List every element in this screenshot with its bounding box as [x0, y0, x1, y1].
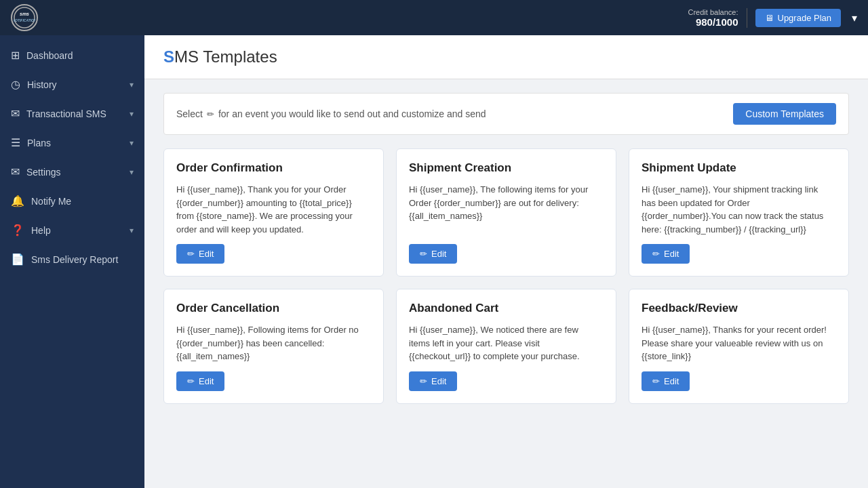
card-text[interactable]: Hi {{user_name}}, Thanks for your recent…: [642, 323, 836, 363]
template-card-feedback-review: Feedback/ReviewHi {{user_name}}, Thanks …: [629, 289, 849, 404]
template-card-order-cancellation: Order CancellationHi {{user_name}}, Foll…: [163, 289, 384, 404]
page-header: SMS Templates: [144, 35, 868, 79]
sidebar-item-label: Notify Me: [31, 196, 71, 207]
template-card-abandoned-cart: Abandoned CartHi {{user_name}}, We notic…: [396, 289, 616, 404]
sidebar-item-transactional-sms[interactable]: ✉ Transactional SMS ▾: [0, 99, 144, 128]
card-title: Shipment Update: [642, 161, 836, 175]
card-title: Order Cancellation: [176, 302, 371, 315]
card-body: Hi {{user_name}}, The following items fo…: [409, 183, 604, 236]
sidebar-item-notify-me[interactable]: 🔔 Notify Me: [0, 186, 144, 216]
transactional-sms-icon: ✉: [11, 107, 20, 120]
credit-balance: Credit balance: 980/1000: [688, 8, 747, 28]
edit-button-order-cancellation[interactable]: ✏ Edit: [176, 371, 224, 391]
edit-icon: ✏: [187, 376, 195, 386]
sms-delivery-report-icon: 📄: [11, 253, 24, 266]
select-edit-icon: ✏: [207, 109, 214, 119]
main-layout: ⊞ Dashboard ◷ History ▾ ✉ Transactional …: [0, 35, 868, 488]
title-s-highlight: S: [163, 47, 174, 66]
sidebar-item-sms-delivery-report[interactable]: 📄 Sms Delivery Report: [0, 245, 144, 274]
header-chevron-icon[interactable]: ▾: [852, 12, 857, 24]
templates-grid: Order ConfirmationHi {{user_name}}, Than…: [163, 148, 849, 404]
notify-me-icon: 🔔: [11, 195, 24, 207]
edit-button-shipment-update[interactable]: ✏ Edit: [642, 244, 690, 264]
help-arrow-icon: ▾: [130, 226, 134, 235]
template-card-shipment-creation: Shipment CreationHi {{user_name}}, The f…: [396, 148, 616, 277]
sidebar-item-label: Settings: [26, 167, 61, 178]
page-title: SMS Templates: [163, 47, 849, 66]
instructions-bar: Select ✏ for an event you would like to …: [163, 93, 849, 135]
sidebar-item-history[interactable]: ◷ History ▾: [0, 70, 144, 99]
sidebar-item-settings[interactable]: ✉ Settings ▾: [0, 157, 144, 186]
card-body: Hi {{user_name}}, Following items for Or…: [176, 323, 371, 363]
card-text[interactable]: Hi {{user_name}}, Thank you for your Ord…: [176, 183, 371, 236]
sidebar-item-label: Transactional SMS: [26, 108, 106, 119]
logo: sms NOTIFICATION: [11, 4, 38, 31]
card-title: Abandoned Cart: [409, 302, 604, 315]
edit-button-abandoned-cart[interactable]: ✏ Edit: [409, 371, 457, 391]
card-text[interactable]: Hi {{user_name}}, We noticed there are f…: [409, 323, 604, 363]
svg-text:sms: sms: [20, 12, 29, 16]
edit-icon: ✏: [420, 249, 427, 259]
logo-icon: sms NOTIFICATION: [11, 4, 38, 31]
edit-icon: ✏: [652, 249, 660, 259]
settings-arrow-icon: ▾: [130, 167, 134, 177]
history-icon: ◷: [11, 78, 20, 91]
template-card-order-confirmation: Order ConfirmationHi {{user_name}}, Than…: [163, 148, 384, 277]
history-arrow-icon: ▾: [130, 80, 134, 89]
content-area: SMS Templates Select ✏ for an event you …: [144, 35, 868, 488]
edit-button-shipment-creation[interactable]: ✏ Edit: [409, 244, 457, 264]
instructions-text: Select ✏ for an event you would like to …: [176, 108, 486, 119]
help-icon: ❓: [11, 224, 24, 237]
card-text[interactable]: Hi {{user_name}}, Your shipment tracking…: [642, 183, 836, 236]
card-body: Hi {{user_name}}, Your shipment tracking…: [642, 183, 836, 236]
upgrade-icon: 🖥: [765, 13, 774, 23]
card-body: Hi {{user_name}}, Thank you for your Ord…: [176, 183, 371, 236]
svg-point-0: [14, 7, 35, 28]
card-body: Hi {{user_name}}, Thanks for your recent…: [642, 323, 836, 363]
edit-button-order-confirmation[interactable]: ✏ Edit: [176, 244, 224, 264]
header-right: Credit balance: 980/1000 🖥 Upgrade Plan …: [688, 8, 858, 28]
sidebar: ⊞ Dashboard ◷ History ▾ ✉ Transactional …: [0, 35, 144, 488]
plans-arrow-icon: ▾: [130, 138, 134, 148]
upgrade-plan-button[interactable]: 🖥 Upgrade Plan: [755, 9, 842, 27]
card-title: Shipment Creation: [409, 161, 604, 175]
plans-icon: ☰: [11, 136, 20, 149]
sidebar-item-help[interactable]: ❓ Help ▾: [0, 216, 144, 245]
edit-button-feedback-review[interactable]: ✏ Edit: [642, 371, 690, 391]
sidebar-item-label: History: [27, 79, 57, 90]
edit-icon: ✏: [187, 249, 195, 259]
card-text[interactable]: Hi {{user_name}}, The following items fo…: [409, 183, 604, 236]
template-card-shipment-update: Shipment UpdateHi {{user_name}}, Your sh…: [629, 148, 849, 277]
content-body: Select ✏ for an event you would like to …: [144, 79, 868, 418]
sidebar-item-label: Dashboard: [26, 50, 73, 61]
svg-text:NOTIFICATION: NOTIFICATION: [14, 18, 35, 22]
card-title: Order Confirmation: [176, 161, 371, 175]
sidebar-item-plans[interactable]: ☰ Plans ▾: [0, 128, 144, 157]
sidebar-item-dashboard[interactable]: ⊞ Dashboard: [0, 41, 144, 70]
sidebar-item-label: Plans: [27, 138, 51, 148]
card-text[interactable]: Hi {{user_name}}, Following items for Or…: [176, 323, 371, 363]
card-title: Feedback/Review: [642, 302, 836, 315]
edit-icon: ✏: [420, 376, 427, 386]
custom-templates-button[interactable]: Custom Templates: [733, 103, 836, 125]
transactional-sms-arrow-icon: ▾: [130, 109, 134, 119]
sidebar-item-label: Sms Delivery Report: [31, 254, 118, 265]
dashboard-icon: ⊞: [11, 49, 20, 62]
card-body: Hi {{user_name}}, We noticed there are f…: [409, 323, 604, 363]
edit-icon: ✏: [652, 376, 660, 386]
settings-icon: ✉: [11, 165, 20, 178]
header: sms NOTIFICATION Credit balance: 980/100…: [0, 0, 868, 35]
sidebar-item-label: Help: [31, 225, 51, 236]
